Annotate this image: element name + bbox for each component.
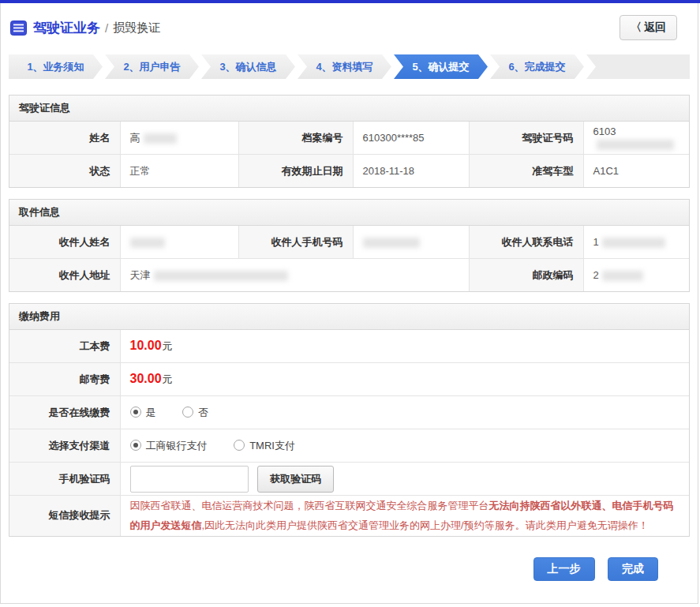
header: 驾驶证业务 / 损毁换证 〈返回 (1, 3, 698, 50)
wizard-step-4: 4、资料填写 (298, 54, 391, 79)
license-business-icon (10, 21, 27, 36)
postage-fee-amount: 30.00 (130, 372, 162, 385)
wizard-step-6: 6、完成提交 (490, 54, 584, 79)
recipient-phone-label: 收件人联系电话 (469, 226, 583, 259)
file-no-value: 610300****85 (353, 122, 469, 155)
chevron-left-icon: 〈 (631, 21, 642, 33)
recipient-mobile-label: 收件人手机号码 (238, 226, 353, 259)
status-label: 状态 (9, 155, 120, 188)
redacted-blur (154, 271, 288, 281)
postcode-value: 2 (583, 259, 689, 292)
work-fee-amount: 10.00 (130, 339, 162, 352)
pay-channel-label: 选择支付渠道 (9, 429, 120, 463)
recipient-name-label: 收件人姓名 (9, 226, 120, 259)
captcha-input[interactable] (130, 466, 249, 493)
pickup-info-panel: 取件信息 收件人姓名 收件人手机号码 收件人联系电话 1 收件人地址 天津 邮政… (9, 199, 690, 292)
work-fee-value: 10.00元 (120, 330, 689, 363)
sms-tip-label: 短信接收提示 (9, 496, 120, 536)
expiry-label: 有效期止日期 (238, 155, 353, 188)
page-title: 驾驶证业务 (33, 19, 100, 37)
redacted-blur (130, 238, 165, 248)
captcha-cell: 获取验证码 (120, 463, 689, 496)
recipient-mobile-value (353, 226, 469, 259)
step-wizard: 1、业务须知 2、用户申告 3、确认信息 4、资料填写 5、确认提交 6、完成提… (9, 54, 690, 79)
back-button[interactable]: 〈返回 (620, 15, 677, 40)
license-no-label: 驾驶证号码 (469, 122, 583, 155)
status-value: 正常 (120, 155, 238, 188)
get-code-button[interactable]: 获取验证码 (257, 466, 334, 493)
redacted-blur (602, 238, 665, 248)
payment-panel: 缴纳费用 工本费 10.00元 邮寄费 30.00元 是否在线缴费 是 否 选择… (9, 303, 690, 537)
license-info-panel: 驾驶证信息 姓名 高 档案编号 610300****85 驾驶证号码 6103 … (9, 95, 690, 188)
page-container: 驾驶证业务 / 损毁换证 〈返回 1、业务须知 2、用户申告 3、确认信息 4、… (0, 3, 698, 604)
table-row: 邮寄费 30.00元 (9, 363, 689, 396)
table-row: 短信接收提示 因陕西省联通、电信运营商技术问题，陕西省互联网交通安全综合服务管理… (9, 496, 689, 536)
recipient-address-value: 天津 (120, 259, 469, 292)
redacted-blur (144, 133, 177, 144)
prev-step-button[interactable]: 上一步 (533, 557, 595, 581)
footer-actions: 上一步 完成 (1, 548, 698, 592)
wizard-step-2: 2、用户申告 (105, 54, 199, 79)
online-pay-yes-label[interactable]: 是 (146, 407, 156, 418)
license-info-panel-title: 驾驶证信息 (9, 96, 689, 122)
table-row: 选择支付渠道 工商银行支付 TMRI支付 (9, 429, 689, 463)
table-row: 工本费 10.00元 (9, 330, 689, 363)
online-pay-no-label[interactable]: 否 (198, 407, 208, 418)
table-row: 状态 正常 有效期止日期 2018-11-18 准驾车型 A1C1 (9, 155, 689, 188)
online-pay-yes-radio[interactable] (130, 407, 141, 418)
wizard-step-1: 1、业务须知 (9, 54, 103, 79)
sms-tip-text: 因陕西省联通、电信运营商技术问题，陕西省互联网交通安全综合服务管理平台无法向持陕… (120, 496, 689, 536)
redacted-blur (597, 140, 674, 150)
expiry-value: 2018-11-18 (353, 155, 469, 188)
name-label: 姓名 (9, 122, 120, 155)
table-row: 是否在线缴费 是 否 (9, 396, 689, 429)
online-pay-no-radio[interactable] (182, 407, 193, 418)
postage-fee-value: 30.00元 (120, 363, 689, 396)
work-fee-unit: 元 (163, 340, 173, 352)
wizard-step-5-active: 5、确认提交 (394, 54, 488, 79)
payment-table: 工本费 10.00元 邮寄费 30.00元 是否在线缴费 是 否 选择支付渠道 … (9, 330, 689, 536)
back-button-label: 返回 (644, 21, 666, 33)
postcode-label: 邮政编码 (469, 259, 583, 292)
channel-tmri-label[interactable]: TMRI支付 (249, 440, 295, 452)
captcha-label: 手机验证码 (9, 463, 120, 496)
postage-fee-label: 邮寄费 (9, 363, 120, 396)
channel-tmri-radio[interactable] (234, 440, 245, 451)
channel-icbc-label[interactable]: 工商银行支付 (146, 440, 208, 452)
name-value: 高 (120, 122, 238, 155)
license-no-value: 6103 (583, 122, 689, 155)
payment-panel-title: 缴纳费用 (9, 304, 689, 330)
redacted-blur (363, 238, 420, 248)
recipient-phone-value: 1 (583, 226, 689, 259)
work-fee-label: 工本费 (9, 330, 120, 363)
breadcrumb-current: 损毁换证 (113, 21, 160, 36)
online-pay-label: 是否在线缴费 (9, 396, 120, 429)
vehicle-class-label: 准驾车型 (469, 155, 583, 188)
online-pay-options: 是 否 (120, 396, 689, 429)
pickup-info-table: 收件人姓名 收件人手机号码 收件人联系电话 1 收件人地址 天津 邮政编码 2 (9, 226, 689, 291)
recipient-address-label: 收件人地址 (9, 259, 120, 292)
table-row: 手机验证码 获取验证码 (9, 463, 689, 496)
table-row: 姓名 高 档案编号 610300****85 驾驶证号码 6103 (9, 122, 689, 155)
breadcrumb-separator: / (105, 21, 108, 35)
finish-button[interactable]: 完成 (608, 557, 658, 581)
pickup-info-panel-title: 取件信息 (9, 200, 689, 226)
license-info-table: 姓名 高 档案编号 610300****85 驾驶证号码 6103 状态 正常 … (9, 122, 689, 187)
table-row: 收件人地址 天津 邮政编码 2 (9, 259, 689, 292)
wizard-step-3: 3、确认信息 (201, 54, 295, 79)
channel-icbc-radio[interactable] (130, 440, 141, 451)
recipient-name-value (120, 226, 238, 259)
vehicle-class-value: A1C1 (583, 155, 689, 188)
wizard-track-filler (586, 54, 690, 79)
file-no-label: 档案编号 (238, 122, 353, 155)
table-row: 收件人姓名 收件人手机号码 收件人联系电话 1 (9, 226, 689, 259)
pay-channel-options: 工商银行支付 TMRI支付 (120, 429, 689, 463)
postage-fee-unit: 元 (163, 373, 173, 385)
redacted-blur (602, 271, 643, 281)
